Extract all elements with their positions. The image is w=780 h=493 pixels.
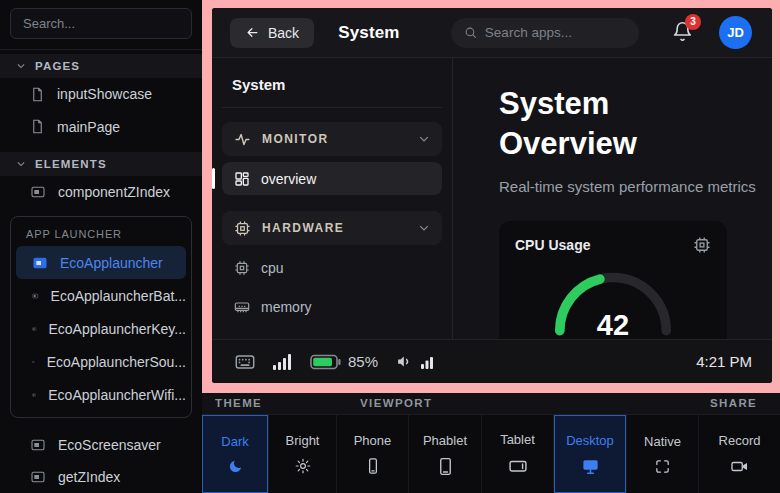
- sidebar-item-label: EcoScreensaver: [58, 437, 161, 453]
- chevron-down-icon: [418, 133, 430, 145]
- activity-icon: [234, 131, 251, 148]
- topbar-middle: [400, 18, 672, 48]
- sidebar-item-label: EcoApplauncherBat...: [51, 288, 186, 304]
- sidebar-item-label: inputShowcase: [57, 86, 152, 102]
- button-label: Dark: [221, 434, 248, 449]
- keyboard-icon[interactable]: [234, 351, 256, 373]
- app-nav-panel: System MONITOR overview: [212, 58, 453, 383]
- section-header-pages[interactable]: PAGES: [0, 54, 202, 78]
- chevron-down-icon: [418, 222, 430, 234]
- viewport-desktop-button[interactable]: Desktop: [554, 415, 627, 493]
- panel-title: System: [222, 70, 442, 108]
- divider: [0, 49, 202, 50]
- sidebar-search[interactable]: [10, 8, 192, 39]
- toolbar-group-viewport-label: VIEWPORT: [360, 397, 432, 409]
- sidebar-search-input[interactable]: [23, 16, 179, 31]
- sidebar-item-inputshowcase[interactable]: inputShowcase: [0, 78, 202, 110]
- nav-item-cpu[interactable]: cpu: [222, 251, 442, 284]
- theme-dark-button[interactable]: Dark: [202, 415, 269, 493]
- nav-item-overview[interactable]: overview: [222, 162, 442, 195]
- component-icon: [32, 354, 35, 370]
- sidebar-item-ecoapplauncher[interactable]: EcoApplauncher: [16, 246, 186, 279]
- back-button[interactable]: Back: [230, 18, 314, 48]
- arrow-left-icon: [245, 25, 260, 40]
- app-search[interactable]: [451, 18, 639, 48]
- memory-icon: [234, 299, 250, 315]
- sidebar-item-mainpage[interactable]: mainPage: [0, 111, 202, 143]
- toolbar-group-share-label: SHARE: [710, 397, 757, 409]
- button-label: Native: [644, 434, 681, 449]
- share-record-button[interactable]: Record: [699, 415, 780, 493]
- app-search-input[interactable]: [485, 25, 626, 40]
- component-icon: [32, 255, 48, 271]
- app-statusbar: 85% 4:21 PM: [212, 339, 772, 383]
- phablet-icon: [436, 457, 455, 476]
- sidebar-item-ecoscreensaver[interactable]: EcoScreensaver: [0, 428, 202, 460]
- avatar[interactable]: JD: [719, 16, 752, 49]
- viewport-phablet-button[interactable]: Phablet: [409, 415, 482, 493]
- notifications-button[interactable]: 3: [672, 21, 693, 45]
- button-label: Bright: [286, 433, 320, 448]
- battery-icon: [310, 354, 341, 370]
- dashboard-grid-icon: [234, 171, 250, 187]
- battery-indicator: 85%: [310, 353, 378, 370]
- cpu-chip-icon: [693, 236, 711, 254]
- preview-toolbar: THEME VIEWPORT SHARE Dark Bright Phone: [202, 393, 780, 493]
- sidebar-item-getzindex[interactable]: getZIndex: [0, 461, 202, 493]
- section-label: ELEMENTS: [35, 158, 107, 170]
- cpu-chip-icon: [234, 220, 251, 237]
- cpu-gauge: 42: [549, 270, 677, 340]
- preview-frame: Back System 3 JD: [202, 0, 780, 393]
- viewport-phone-button[interactable]: Phone: [337, 415, 409, 493]
- search-icon: [464, 25, 477, 40]
- sidebar-item-label: EcoApplauncherWifi...: [48, 387, 186, 403]
- nav-section-label: MONITOR: [262, 132, 329, 146]
- speaker-icon: [395, 353, 414, 370]
- main-column: Back System 3 JD: [202, 0, 780, 493]
- app-title: System: [338, 23, 400, 43]
- component-icon: [32, 288, 39, 304]
- component-icon: [30, 184, 46, 200]
- sidebar-item-label: EcoApplauncher: [60, 255, 163, 271]
- sidebar-item-label: EcoApplauncherKey...: [49, 321, 187, 337]
- nav-item-label: overview: [261, 171, 316, 187]
- viewport-tablet-button[interactable]: Tablet: [482, 415, 554, 493]
- sidebar-item-ecoapplaunchersou[interactable]: EcoApplauncherSou...: [16, 345, 186, 378]
- nav-section-monitor[interactable]: MONITOR: [222, 122, 442, 156]
- back-label: Back: [268, 25, 299, 41]
- sidebar-item-ecoapplauncherwifi[interactable]: EcoApplauncherWifi...: [16, 378, 186, 411]
- nav-section-label: HARDWARE: [262, 221, 344, 235]
- toolbar-buttons: Dark Bright Phone Phablet Tablet: [202, 415, 780, 493]
- sidebar-item-ecoapplauncherkey[interactable]: EcoApplauncherKey...: [16, 312, 186, 345]
- phone-icon: [364, 457, 382, 475]
- button-label: Desktop: [566, 433, 614, 448]
- desktop-icon: [581, 457, 600, 476]
- explorer-sidebar: PAGES inputShowcase mainPage ELEMENTS co…: [0, 0, 202, 493]
- button-label: Tablet: [500, 432, 535, 447]
- nav-section-hardware[interactable]: HARDWARE: [222, 211, 442, 245]
- file-icon: [30, 87, 45, 102]
- nav-item-label: cpu: [261, 260, 284, 276]
- sidebar-item-ecoapplauncherbat[interactable]: EcoApplauncherBat...: [16, 279, 186, 312]
- cpu-gauge-value: 42: [549, 309, 677, 342]
- card-title: CPU Usage: [515, 237, 590, 253]
- app-topbar: Back System 3 JD: [212, 8, 772, 58]
- chevron-down-icon: [16, 61, 26, 71]
- app-content: System Overview Real-time system perform…: [453, 58, 772, 383]
- fullscreen-corners-icon: [654, 458, 671, 475]
- section-label: PAGES: [35, 60, 80, 72]
- chevron-down-icon: [16, 159, 26, 169]
- workbench: PAGES inputShowcase mainPage ELEMENTS co…: [0, 0, 780, 493]
- sidebar-item-label: EcoApplauncherSou...: [47, 354, 186, 370]
- theme-bright-button[interactable]: Bright: [269, 415, 337, 493]
- toolbar-headers: THEME VIEWPORT SHARE: [202, 393, 780, 415]
- section-header-elements[interactable]: ELEMENTS: [0, 152, 202, 176]
- component-icon: [30, 469, 46, 485]
- nav-item-memory[interactable]: memory: [222, 290, 442, 323]
- viewport-native-button[interactable]: Native: [627, 415, 699, 493]
- sidebar-item-componentzindex[interactable]: componentZIndex: [0, 176, 202, 208]
- component-icon: [30, 437, 46, 453]
- file-icon: [30, 119, 45, 134]
- sun-icon: [294, 457, 312, 475]
- cpu-chip-icon: [234, 260, 250, 276]
